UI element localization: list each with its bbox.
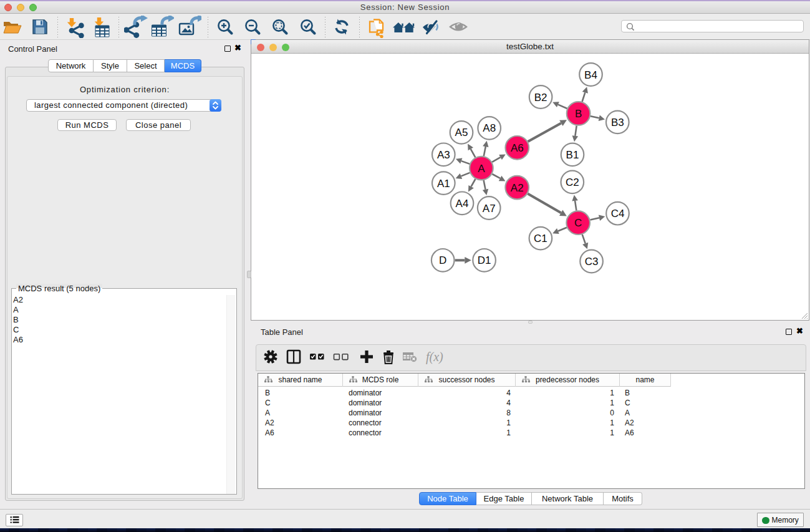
svg-text:A: A — [478, 163, 485, 175]
svg-text:A1: A1 — [437, 178, 450, 190]
svg-text:A6: A6 — [511, 142, 524, 154]
svg-text:A5: A5 — [455, 127, 468, 138]
svg-text:A3: A3 — [437, 149, 450, 161]
svg-text:A2: A2 — [511, 182, 524, 194]
svg-text:C2: C2 — [566, 177, 579, 188]
svg-text:B2: B2 — [534, 92, 547, 104]
svg-text:A7: A7 — [483, 203, 496, 215]
svg-text:C3: C3 — [585, 256, 599, 268]
svg-text:B4: B4 — [584, 69, 597, 81]
svg-text:C: C — [574, 217, 582, 229]
svg-text:C4: C4 — [611, 208, 625, 220]
svg-text:D: D — [439, 254, 446, 266]
svg-text:f(x): f(x) — [426, 350, 443, 364]
svg-text:B3: B3 — [611, 117, 624, 128]
svg-text:A8: A8 — [483, 122, 496, 134]
svg-text:B: B — [575, 108, 582, 120]
svg-text:C1: C1 — [534, 233, 547, 244]
svg-text:B1: B1 — [566, 149, 579, 161]
svg-text:D1: D1 — [478, 254, 491, 266]
svg-text:A4: A4 — [456, 198, 469, 210]
